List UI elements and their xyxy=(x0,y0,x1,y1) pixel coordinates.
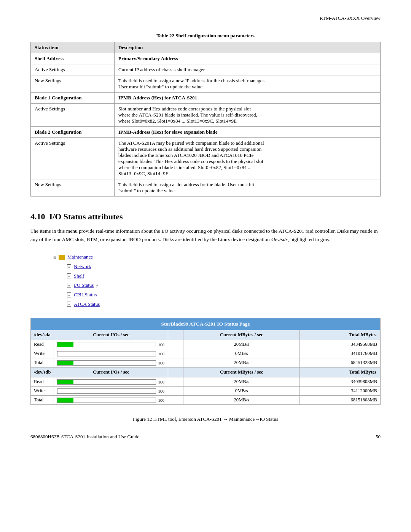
io-mbytes-sec: 20MB/s xyxy=(183,340,299,349)
io-total-mb: 68151808MB xyxy=(299,396,380,405)
io-row-label: Read xyxy=(31,340,54,349)
io-status-section: StorBlade99 ATCA-S201 IO Status Page /de… xyxy=(30,318,381,405)
doc-icon-shelf: ≡ xyxy=(67,273,71,278)
nav-cpu-status-link[interactable]: CPU Status xyxy=(74,290,97,300)
nav-tree: ⊟ Maintenance ≡ Network ≡ Shelf ≡ I/O St… xyxy=(53,252,381,309)
nav-item-io-status: ≡ I/O Status ⤴ xyxy=(67,281,381,290)
cursor-icon: ⤴ xyxy=(96,282,102,289)
io-total-mb: 34039808MB xyxy=(299,377,380,387)
io-table-title: StorBlade99 ATCA-S201 IO Status Page xyxy=(31,318,381,330)
col-ios: Current I/Os / sec xyxy=(54,367,168,377)
nav-network-link[interactable]: Network xyxy=(74,262,91,272)
col-header-status: Status item xyxy=(31,42,115,53)
nav-root: ⊟ Maintenance xyxy=(53,252,381,262)
header-title: RTM-ATCA-SXXX Overview xyxy=(320,15,381,21)
footer-left: 6806800H62B ATCA-S201 Installation and U… xyxy=(30,434,139,440)
col-ios-num xyxy=(168,330,183,340)
data-col1: New Settings xyxy=(31,75,115,93)
io-bar-cell: 100 xyxy=(54,396,168,405)
col-ios-num xyxy=(168,367,183,377)
nav-item-cpu-status: ≡ CPU Status xyxy=(67,290,381,300)
io-mbytes-sec: 20MB/s xyxy=(183,358,299,367)
data-col2: The ATCA-S201A may be paired with compan… xyxy=(115,138,381,179)
section-col1: Blade 1 Configuration xyxy=(31,93,115,104)
data-col1: Active Settings xyxy=(31,138,115,179)
io-bar-cell: 100 xyxy=(54,377,168,387)
nav-atca-status-link[interactable]: ATCA Status xyxy=(74,300,100,309)
data-col2: This field is used to assign a new IP ad… xyxy=(115,75,381,93)
io-row-label: Total xyxy=(31,396,54,405)
col-mbytes: Current MBytes / sec xyxy=(183,330,299,340)
expand-icon: ⊟ xyxy=(53,254,56,261)
io-row-label: Write xyxy=(31,387,54,396)
data-col2: This field is used to assign a slot addr… xyxy=(115,179,381,197)
col-mbytes: Current MBytes / sec xyxy=(183,367,299,377)
nav-io-status-link[interactable]: I/O Status xyxy=(74,281,94,290)
doc-icon-network: ≡ xyxy=(67,264,71,269)
io-row-label: Write xyxy=(31,349,54,358)
data-col2: Slot number and Hex address code corresp… xyxy=(115,104,381,127)
folder-icon xyxy=(59,255,65,260)
page-header: RTM-ATCA-SXXX Overview xyxy=(30,15,381,21)
col-header-desc: Description xyxy=(115,42,381,53)
device-name: /dev/sda xyxy=(31,330,54,340)
io-mbytes-sec: 0MB/s xyxy=(183,387,299,396)
io-row-label: Total xyxy=(31,358,54,367)
section-title: 4.10 I/O Status attributes xyxy=(30,212,381,222)
data-col1: Active Settings xyxy=(31,104,115,127)
page-footer: 6806800H62B ATCA-S201 Installation and U… xyxy=(30,434,381,440)
io-mbytes-sec: 20MB/s xyxy=(183,377,299,387)
io-bar-cell: 100 xyxy=(54,349,168,358)
io-mbytes-sec: 0MB/s xyxy=(183,349,299,358)
footer-page-number: 50 xyxy=(376,434,381,440)
nav-item-network: ≡ Network xyxy=(67,262,381,272)
io-total-mb: 34349568MB xyxy=(299,340,380,349)
col-total: Total MBytes xyxy=(299,367,380,377)
table-title: Table 22 Shelf configuration menu parame… xyxy=(30,33,381,39)
intro-text: The items in this menu provide real-time… xyxy=(30,227,381,243)
nav-children: ≡ Network ≡ Shelf ≡ I/O Status ⤴ ≡ CPU S… xyxy=(67,262,381,309)
col-total: Total MBytes xyxy=(299,330,380,340)
figure-caption: Figure 12 HTML tool, Emerson ATCA-S201 →… xyxy=(30,416,381,422)
col-ios: Current I/Os / sec xyxy=(54,330,168,340)
section-col2: IPMB-Address (Hex) for ATCA-S201 xyxy=(115,93,381,104)
data-col1: New Settings xyxy=(31,179,115,197)
data-col1: Active Settings xyxy=(31,64,115,75)
io-total-mb: 34112000MB xyxy=(299,387,380,396)
section-col2: IPMB-Address (Hex) for slave expansion b… xyxy=(115,127,381,138)
nav-shelf-link[interactable]: Shelf xyxy=(74,272,84,281)
doc-icon-io: ≡ xyxy=(67,283,71,288)
section-col1: Shelf Address xyxy=(31,53,115,64)
nav-item-atca-status: ≡ ATCA Status xyxy=(67,300,381,309)
device-name: /dev/sdb xyxy=(31,367,54,377)
section-col2: Primary/Secondary Address xyxy=(115,53,381,64)
io-mbytes-sec: 20MB/s xyxy=(183,396,299,405)
io-row-label: Read xyxy=(31,377,54,387)
io-bar-cell: 100 xyxy=(54,358,168,367)
io-total-mb: 34101760MB xyxy=(299,349,380,358)
io-bar-cell: 100 xyxy=(54,340,168,349)
io-bar-cell: 100 xyxy=(54,387,168,396)
data-col2: Current IP address of chassis shelf mana… xyxy=(115,64,381,75)
nav-item-shelf: ≡ Shelf xyxy=(67,272,381,281)
section-col1: Blade 2 Configuration xyxy=(31,127,115,138)
io-total-mb: 68451328MB xyxy=(299,358,380,367)
io-status-table: StorBlade99 ATCA-S201 IO Status Page /de… xyxy=(30,318,381,405)
config-table: Status item Description Shelf AddressPri… xyxy=(30,42,381,197)
doc-icon-cpu: ≡ xyxy=(67,292,71,297)
doc-icon-atca: ≡ xyxy=(67,302,71,307)
nav-maintenance-link[interactable]: Maintenance xyxy=(67,252,93,262)
